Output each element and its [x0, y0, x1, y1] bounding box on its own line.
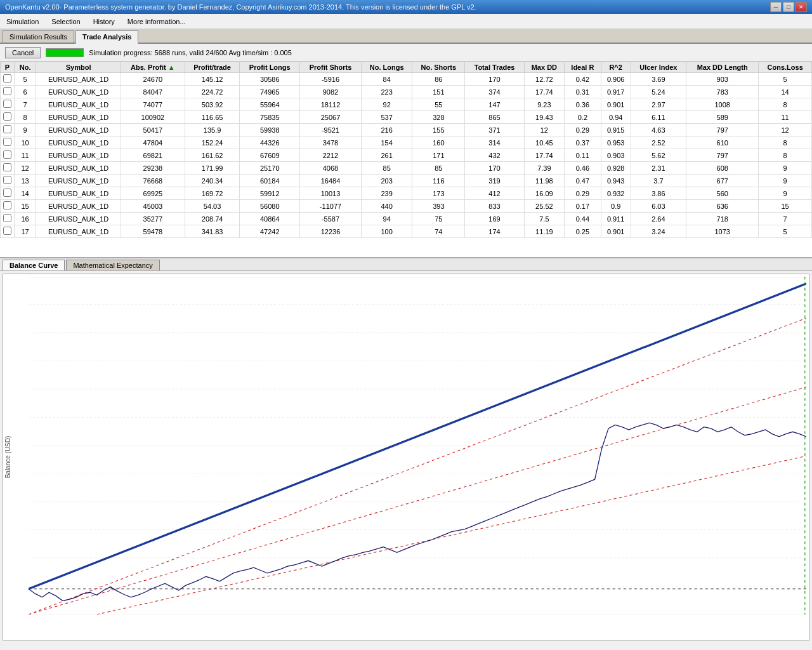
row-max-dd-2: 9.23: [524, 98, 564, 111]
restore-button[interactable]: □: [783, 2, 794, 12]
row-no-shorts-8: 116: [412, 175, 465, 187]
table-row[interactable]: 7 EURUSD_AUK_1D 74077 503.92 55964 18112…: [1, 98, 812, 111]
row-no-9: 14: [15, 187, 36, 200]
table-row[interactable]: 6 EURUSD_AUK_1D 84047 224.72 74965 9082 …: [1, 86, 812, 98]
col-symbol[interactable]: Symbol: [36, 62, 121, 73]
row-ulcer-index-2: 2.97: [631, 98, 686, 111]
col-no-longs[interactable]: No. Longs: [361, 62, 412, 73]
tab-simulation-results[interactable]: Simulation Results: [3, 30, 74, 43]
table-row[interactable]: 8 EURUSD_AUK_1D 100902 116.65 75835 2506…: [1, 111, 812, 124]
row-abs-profit-11: 35277: [121, 213, 185, 225]
row-symbol-6: EURUSD_AUK_1D: [36, 149, 121, 162]
table-header-row: P No. Symbol Abs. Profit ▲ Profit/trade …: [1, 62, 812, 73]
row-no-shorts-6: 171: [412, 149, 465, 162]
row-symbol-0: EURUSD_AUK_1D: [36, 73, 121, 86]
chart-tab-mathematical-expectancy[interactable]: Mathematical Expectancy: [66, 260, 159, 270]
minimize-button[interactable]: ─: [770, 2, 782, 12]
row-ideal-r-2: 0.36: [565, 98, 601, 111]
col-max-dd-length[interactable]: Max DD Length: [686, 62, 759, 73]
row-checkbox-5[interactable]: [1, 136, 15, 149]
row-checkbox-4[interactable]: [1, 124, 15, 136]
row-profit-trade-2: 503.92: [185, 98, 240, 111]
col-cons-loss[interactable]: Cons.Loss: [759, 62, 812, 73]
col-p[interactable]: P: [1, 62, 15, 73]
table-row[interactable]: 10 EURUSD_AUK_1D 47804 152.24 44326 3478…: [1, 136, 812, 149]
row-abs-profit-6: 69821: [121, 149, 185, 162]
row-symbol-1: EURUSD_AUK_1D: [36, 86, 121, 98]
row-max-dd-6: 17.74: [524, 149, 564, 162]
row-checkbox-2[interactable]: [1, 98, 15, 111]
menu-more-information[interactable]: More information...: [124, 17, 190, 27]
chart-tab-balance-curve[interactable]: Balance Curve: [3, 260, 65, 270]
col-profit-longs[interactable]: Profit Longs: [240, 62, 300, 73]
table-row[interactable]: 9 EURUSD_AUK_1D 50417 135.9 59938 -9521 …: [1, 124, 812, 136]
row-max-dd-length-7: 608: [686, 162, 759, 175]
col-no-shorts[interactable]: No. Shorts: [412, 62, 465, 73]
tab-trade-analysis[interactable]: Trade Analysis: [75, 30, 138, 44]
menu-simulation[interactable]: Simulation: [3, 17, 43, 27]
row-checkbox-6[interactable]: [1, 149, 15, 162]
progress-bar-container: [46, 48, 84, 57]
row-ulcer-index-10: 6.03: [631, 200, 686, 213]
progress-text: Simulation progress: 5688 runs, valid 24…: [89, 49, 292, 56]
col-profit-shorts[interactable]: Profit Shorts: [300, 62, 362, 73]
svg-line-28: [29, 318, 806, 614]
menu-selection[interactable]: Selection: [48, 17, 84, 27]
row-checkbox-8[interactable]: [1, 175, 15, 187]
row-profit-longs-2: 55964: [240, 98, 300, 111]
row-max-dd-7: 7.39: [524, 162, 564, 175]
row-no-shorts-0: 86: [412, 73, 465, 86]
col-total-trades[interactable]: Total Trades: [465, 62, 525, 73]
row-checkbox-9[interactable]: [1, 187, 15, 200]
row-profit-trade-10: 54.03: [185, 200, 240, 213]
table-row[interactable]: 17 EURUSD_AUK_1D 59478 341.83 47242 1223…: [1, 225, 812, 238]
menu-history[interactable]: History: [89, 17, 119, 27]
row-profit-longs-12: 47242: [240, 225, 300, 238]
row-checkbox-3[interactable]: [1, 111, 15, 124]
table-row[interactable]: 5 EURUSD_AUK_1D 24670 145.12 30586 -5916…: [1, 73, 812, 86]
row-total-trades-3: 865: [465, 111, 525, 124]
svg-line-29: [97, 456, 806, 614]
table-row[interactable]: 11 EURUSD_AUK_1D 69821 161.62 67609 2212…: [1, 149, 812, 162]
row-checkbox-7[interactable]: [1, 162, 15, 175]
table-row[interactable]: 16 EURUSD_AUK_1D 35277 208.74 40864 -558…: [1, 213, 812, 225]
row-ideal-r-4: 0.29: [565, 124, 601, 136]
table-row[interactable]: 14 EURUSD_AUK_1D 69925 169.72 59912 1001…: [1, 187, 812, 200]
row-checkbox-11[interactable]: [1, 213, 15, 225]
row-profit-longs-10: 56080: [240, 200, 300, 213]
row-checkbox-0[interactable]: [1, 73, 15, 86]
row-profit-trade-6: 161.62: [185, 149, 240, 162]
row-total-trades-12: 174: [465, 225, 525, 238]
col-max-dd[interactable]: Max DD: [524, 62, 564, 73]
row-profit-shorts-5: 3478: [300, 136, 362, 149]
row-max-dd-11: 7.5: [524, 213, 564, 225]
col-profit-trade[interactable]: Profit/trade: [185, 62, 240, 73]
col-r2[interactable]: R^2: [601, 62, 631, 73]
table-row[interactable]: 12 EURUSD_AUK_1D 29238 171.99 25170 4068…: [1, 162, 812, 175]
cancel-button[interactable]: Cancel: [5, 47, 41, 58]
table-row[interactable]: 13 EURUSD_AUK_1D 76668 240.34 60184 1648…: [1, 175, 812, 187]
row-checkbox-10[interactable]: [1, 200, 15, 213]
row-max-dd-length-12: 1073: [686, 225, 759, 238]
col-no[interactable]: No.: [15, 62, 36, 73]
row-no-3: 8: [15, 111, 36, 124]
col-ideal-r[interactable]: Ideal R: [565, 62, 601, 73]
col-abs-profit[interactable]: Abs. Profit ▲: [121, 62, 185, 73]
row-symbol-2: EURUSD_AUK_1D: [36, 98, 121, 111]
table-area[interactable]: P No. Symbol Abs. Profit ▲ Profit/trade …: [0, 62, 812, 258]
row-total-trades-1: 374: [465, 86, 525, 98]
row-profit-trade-8: 240.34: [185, 175, 240, 187]
table-row[interactable]: 15 EURUSD_AUK_1D 45003 54.03 56080 -1107…: [1, 200, 812, 213]
row-no-shorts-12: 74: [412, 225, 465, 238]
row-no-longs-2: 92: [361, 98, 412, 111]
row-no-5: 10: [15, 136, 36, 149]
close-button[interactable]: ✕: [796, 2, 807, 12]
row-symbol-3: EURUSD_AUK_1D: [36, 111, 121, 124]
row-cons-loss-10: 15: [759, 200, 812, 213]
col-ulcer-index[interactable]: Ulcer Index: [631, 62, 686, 73]
row-ideal-r-8: 0.47: [565, 175, 601, 187]
row-profit-longs-0: 30586: [240, 73, 300, 86]
row-profit-trade-0: 145.12: [185, 73, 240, 86]
row-checkbox-1[interactable]: [1, 86, 15, 98]
row-checkbox-12[interactable]: [1, 225, 15, 238]
